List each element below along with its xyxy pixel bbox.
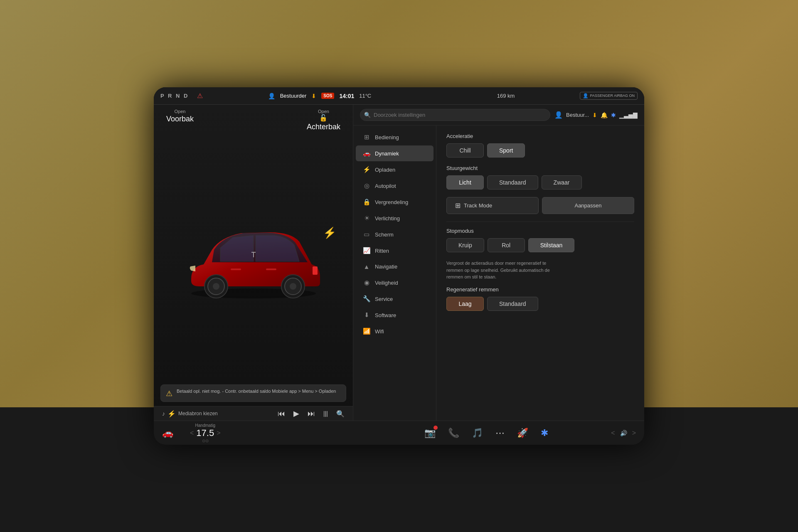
verlichting-icon: ☀ <box>362 214 371 222</box>
menu-item-bediening[interactable]: ⊞ Bediening <box>356 129 433 145</box>
apps-icon: ⋯ <box>495 428 505 438</box>
warning-banner: ⚠ Betaald opl. niet mog. - Contr. onbeta… <box>160 384 346 402</box>
seat-heat-indicators: ⊙⊙ <box>202 438 209 443</box>
software-icon: ⬇ <box>362 311 371 319</box>
next-button[interactable]: ⏭ <box>308 409 315 418</box>
temp-decrease-icon[interactable]: < <box>190 429 194 437</box>
achterbak-label: Open 🔓 Achterbak <box>307 109 340 131</box>
stopmodus-description: Vergroot de actieradius door meer regene… <box>446 260 634 281</box>
prnd-display: P R N D <box>160 93 189 99</box>
sos-badge: SOS <box>321 93 334 99</box>
prev-track-icon[interactable]: < <box>611 429 615 437</box>
temp-increase-icon[interactable]: > <box>217 429 220 437</box>
navigatie-icon: ▲ <box>362 263 371 270</box>
menu-item-service[interactable]: 🔧 Service <box>356 291 433 307</box>
sport-button[interactable]: Sport <box>487 143 525 158</box>
autopilot-label: Autopilot <box>375 183 396 189</box>
menu-item-ritten[interactable]: 📈 Ritten <box>356 243 433 259</box>
voorbak-label: Open Voorbak <box>166 109 194 131</box>
taskbar-right: < 🔊 > <box>611 429 636 437</box>
play-button[interactable]: ▶ <box>293 409 299 418</box>
wifi-label: Wifi <box>375 328 384 335</box>
track-mode-row: ⊞ Track Mode Aanpassen <box>446 197 634 214</box>
download-indicator: ⬇ <box>592 112 597 118</box>
energy-taskbar-button[interactable]: 🚀 <box>517 428 528 438</box>
rol-button[interactable]: Rol <box>488 238 525 252</box>
stilstaan-button[interactable]: Stilstaan <box>528 238 575 252</box>
apps-taskbar-button[interactable]: ⋯ <box>495 428 505 438</box>
stopmodus-group: Kruip Rol Stilstaan <box>446 238 634 252</box>
search-media-button[interactable]: 🔍 <box>336 410 345 418</box>
car-svg <box>179 212 328 304</box>
menu-item-autopilot[interactable]: ◎ Autopilot <box>356 178 433 194</box>
vergrendeling-icon: 🔒 <box>362 198 371 206</box>
media-controls: ⏮ ▶ ⏭ ||| 🔍 <box>278 409 345 418</box>
camera-taskbar-button[interactable]: 📷 <box>424 428 436 438</box>
laag-button[interactable]: Laag <box>446 297 484 311</box>
status-center: 👤 Bestuurder ⬇ SOS 14:01 11°C <box>268 93 372 99</box>
camera-badge <box>433 426 438 430</box>
acceleratie-title: Acceleratie <box>446 133 634 139</box>
track-mode-label: Track Mode <box>464 202 492 209</box>
phone-taskbar-button[interactable]: 📞 <box>448 428 459 438</box>
standaard-stuur-button[interactable]: Standaard <box>487 175 538 190</box>
car-taskbar-icon: 🚗 <box>162 428 173 438</box>
bediening-icon: ⊞ <box>362 133 371 141</box>
download-icon: ⬇ <box>311 93 316 99</box>
stopmodus-title: Stopmodus <box>446 228 634 234</box>
driver-label: Bestuurder <box>280 93 307 99</box>
temperature-display: 11°C <box>359 93 371 99</box>
menu-item-software[interactable]: ⬇ Software <box>356 307 433 323</box>
car-image-area: ⚡ <box>154 131 353 384</box>
search-bar: 🔍 👤 Bestuur... ⬇ 🔔 ✱ ▁▃▅▇ <box>353 105 644 126</box>
menu-item-navigatie[interactable]: ▲ Navigatie <box>356 259 433 274</box>
divider-1 <box>446 222 634 222</box>
prev-button[interactable]: ⏮ <box>278 409 285 418</box>
settings-content: ⊞ Bediening 🚗 Dynamiek ⚡ Opladen ◎ Autop… <box>353 126 644 421</box>
kruip-button[interactable]: Kruip <box>446 238 484 252</box>
next-track-icon[interactable]: > <box>632 429 636 437</box>
driver-icon: 👤 <box>268 93 275 99</box>
username-display: Bestuur... <box>566 112 589 118</box>
autopilot-icon: ◎ <box>362 182 371 190</box>
climate-mode-label: Handmatig <box>195 423 215 428</box>
charging-icon: ⚡ <box>323 226 336 239</box>
standaard-regen-button[interactable]: Standaard <box>487 297 538 311</box>
media-taskbar-button[interactable]: 🎵 <box>472 428 483 438</box>
music-icon: ♪ <box>162 410 165 417</box>
menu-item-vergrendeling[interactable]: 🔒 Vergrendeling <box>356 194 433 210</box>
media-source-button[interactable]: ♪ ⚡ Mediabron kiezen <box>162 410 218 418</box>
status-right: 👤 PASSENGER AIRBAG ON <box>580 92 638 100</box>
warning-yellow-icon: ⚠ <box>166 389 172 398</box>
settings-panel: 🔍 👤 Bestuur... ⬇ 🔔 ✱ ▁▃▅▇ ⊞ <box>353 105 644 421</box>
equalizer-button[interactable]: ||| <box>323 410 328 417</box>
licht-button[interactable]: Licht <box>446 175 484 190</box>
menu-item-scherm[interactable]: ▭ Scherm <box>356 227 433 242</box>
menu-item-opladen[interactable]: ⚡ Opladen <box>356 162 433 177</box>
energy-icon: 🚀 <box>517 428 528 438</box>
menu-item-dynamiek[interactable]: 🚗 Dynamiek <box>356 145 433 161</box>
aanpassen-button[interactable]: Aanpassen <box>542 197 634 214</box>
bluetooth-taskbar-icon: ✱ <box>541 428 548 438</box>
tesla-screen: P R N D ⚠ 👤 Bestuurder ⬇ SOS 14:01 11°C … <box>154 87 644 445</box>
track-mode-button[interactable]: ⊞ Track Mode <box>446 197 539 214</box>
menu-item-wifi[interactable]: 📶 Wifi <box>356 323 433 339</box>
chill-button[interactable]: Chill <box>446 143 484 158</box>
media-bar: ♪ ⚡ Mediabron kiezen ⏮ ▶ ⏭ ||| 🔍 <box>154 406 353 421</box>
menu-item-veiligheid[interactable]: ◉ Veiligheid <box>356 275 433 291</box>
veiligheid-icon: ◉ <box>362 279 371 286</box>
regeneratief-group: Laag Standaard <box>446 297 634 311</box>
track-mode-icon: ⊞ <box>455 202 461 209</box>
menu-item-verlichting[interactable]: ☀ Verlichting <box>356 210 433 226</box>
detail-panel: Acceleratie Chill Sport Stuurgewicht Lic… <box>436 126 644 421</box>
search-input[interactable] <box>360 109 550 121</box>
svg-rect-8 <box>266 268 276 270</box>
airbag-text: PASSENGER AIRBAG ON <box>590 94 635 98</box>
bluetooth-taskbar-button[interactable]: ✱ <box>541 428 548 438</box>
user-avatar-icon: 👤 <box>554 111 563 119</box>
stuurgewicht-group: Licht Standaard Zwaar <box>446 175 634 190</box>
left-panel: Open Voorbak Open 🔓 Achterbak <box>154 105 353 421</box>
zwaar-button[interactable]: Zwaar <box>542 175 582 190</box>
bluetooth-icon: ⚡ <box>167 410 176 418</box>
clock-display: 14:01 <box>339 93 354 99</box>
